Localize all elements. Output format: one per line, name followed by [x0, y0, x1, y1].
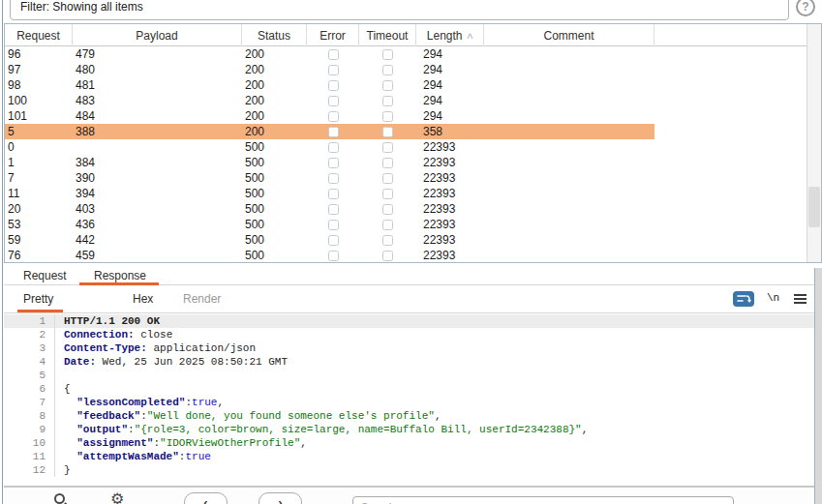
timeout-checkbox — [382, 65, 393, 75]
editor-menu-icon[interactable] — [794, 294, 807, 306]
code-line: 6{ — [4, 382, 814, 396]
table-row[interactable]: 101484200294 — [5, 108, 655, 124]
cell-error — [307, 46, 359, 62]
filter-label: Filter: Showing all items — [20, 0, 143, 14]
table-row[interactable]: 98481200294 — [5, 77, 655, 93]
error-checkbox — [328, 173, 339, 184]
cell-error — [307, 217, 359, 232]
cell-status: 500 — [242, 217, 307, 232]
column-header-status[interactable]: Status — [242, 24, 307, 46]
tab-request[interactable]: Request — [23, 268, 67, 285]
search-settings-gear-icon[interactable]: ⚙ — [110, 489, 124, 504]
column-header-comment[interactable]: Comment — [484, 24, 655, 46]
prev-match-button[interactable]: ‹ — [184, 492, 228, 504]
table-row[interactable]: 96479200294 — [5, 46, 655, 62]
results-table-main: RequestPayloadStatusErrorTimeoutLength∧C… — [5, 24, 807, 262]
code-line-text: Date: Wed, 25 Jun 2025 08:50:21 GMT — [55, 355, 288, 369]
search-input[interactable] — [352, 496, 734, 504]
cell-comment — [484, 108, 655, 124]
next-match-button[interactable]: › — [259, 492, 302, 504]
table-row[interactable]: 5944250022393 — [5, 232, 655, 248]
cell-comment — [484, 62, 655, 77]
table-row[interactable]: 97480200294 — [5, 62, 655, 77]
scrollbar-thumb[interactable] — [808, 187, 820, 227]
table-row[interactable]: 5343650022393 — [5, 217, 655, 232]
cell-comment — [484, 139, 655, 155]
table-row[interactable]: 5388200358 — [5, 124, 655, 139]
column-header-timeout[interactable]: Timeout — [359, 24, 416, 46]
cell-request: 0 — [5, 139, 73, 155]
column-header-error[interactable]: Error — [307, 24, 359, 46]
line-number: 5 — [4, 369, 55, 382]
line-number: 12 — [4, 463, 55, 477]
cell-length: 22393 — [416, 217, 484, 232]
column-header-label: Payload — [136, 29, 177, 43]
tab-pretty[interactable]: Pretty — [23, 292, 53, 306]
cell-length: 22393 — [416, 186, 484, 201]
cell-comment — [484, 248, 655, 262]
code-line-text: Content-Type: application/json — [55, 341, 256, 355]
cell-status: 500 — [242, 170, 307, 186]
cell-error — [307, 248, 359, 262]
table-row[interactable]: 739050022393 — [5, 170, 655, 186]
prettify-icon[interactable] — [733, 291, 754, 307]
error-checkbox — [328, 220, 339, 230]
cell-timeout — [359, 170, 416, 186]
cell-timeout — [359, 217, 416, 232]
cell-request: 101 — [5, 108, 73, 124]
error-checkbox — [328, 251, 339, 261]
error-checkbox — [328, 65, 339, 75]
newline-toggle[interactable]: \n — [767, 292, 779, 304]
sort-asc-icon: ∧ — [465, 31, 473, 41]
window-right-gutter — [814, 268, 822, 504]
cell-comment — [484, 217, 655, 232]
code-line: 5 — [4, 369, 814, 382]
column-header-payload[interactable]: Payload — [73, 24, 242, 46]
error-checkbox — [328, 80, 339, 91]
cell-request: 100 — [5, 93, 73, 108]
help-icon-glyph: ? — [802, 0, 808, 14]
cell-error — [307, 201, 359, 217]
line-number: 9 — [4, 423, 55, 436]
column-header-length[interactable]: Length∧ — [416, 24, 484, 46]
cell-payload: 436 — [73, 217, 242, 232]
cell-error — [307, 62, 359, 77]
table-row[interactable]: 1139450022393 — [5, 186, 655, 201]
error-checkbox — [328, 49, 339, 60]
column-header-request[interactable]: Request — [5, 24, 73, 46]
table-row[interactable]: 7645950022393 — [5, 248, 655, 262]
cell-request: 96 — [5, 46, 73, 62]
table-scrollbar[interactable] — [807, 24, 821, 262]
cell-request: 7 — [5, 170, 73, 186]
response-editor[interactable]: 1HTTP/1.1 200 OK2Connection: close3Conte… — [4, 314, 814, 487]
cell-request: 53 — [5, 217, 73, 232]
cell-comment — [484, 46, 655, 62]
code-line-text: } — [55, 463, 71, 477]
cell-request: 20 — [5, 201, 73, 217]
cell-timeout — [359, 248, 416, 262]
table-row[interactable]: 2040350022393 — [5, 201, 655, 217]
cell-length: 294 — [416, 108, 484, 124]
cell-request: 76 — [5, 248, 73, 262]
cell-request: 98 — [5, 77, 73, 93]
line-number: 10 — [4, 436, 55, 450]
table-row[interactable]: 100483200294 — [5, 93, 655, 108]
search-icon[interactable] — [54, 493, 65, 504]
cell-status: 500 — [242, 201, 307, 217]
table-row[interactable]: 050022393 — [5, 139, 655, 155]
code-line-text: Connection: close — [55, 328, 172, 341]
tab-hex[interactable]: Hex — [133, 292, 153, 306]
cell-status: 500 — [242, 186, 307, 201]
timeout-checkbox — [382, 96, 393, 106]
code-line: 1HTTP/1.1 200 OK — [4, 314, 814, 328]
filter-bar[interactable]: Filter: Showing all items — [10, 0, 789, 20]
column-header-filler — [655, 24, 807, 46]
timeout-checkbox — [382, 49, 393, 60]
timeout-checkbox — [382, 80, 393, 91]
help-icon[interactable]: ? — [796, 0, 815, 16]
cell-timeout — [359, 139, 416, 155]
cell-comment — [484, 77, 655, 93]
column-header-label: Status — [258, 29, 290, 43]
table-row[interactable]: 138450022393 — [5, 155, 655, 170]
code-line-text: "output":"{role=3, color=brown, size=lar… — [55, 423, 588, 436]
